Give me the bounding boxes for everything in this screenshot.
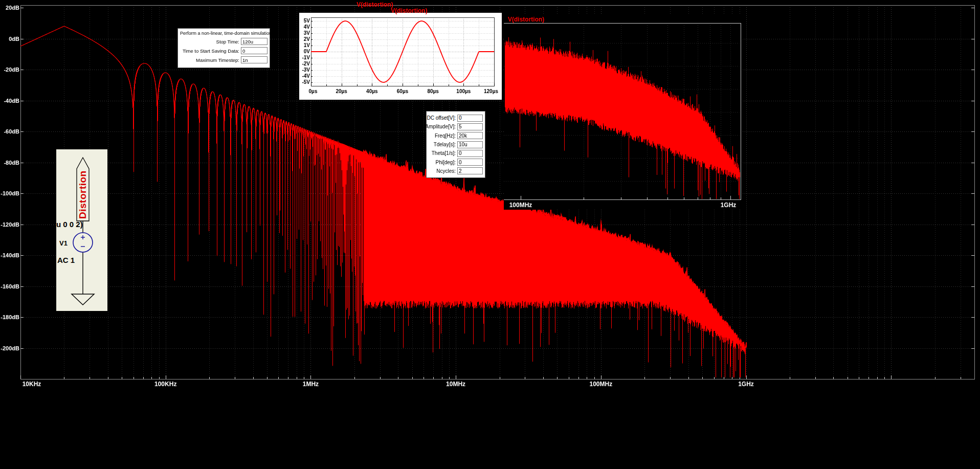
zoom-trace-label[interactable]: V(distortion) xyxy=(508,16,544,23)
dc-offset-label: DC offset[V]: xyxy=(427,115,456,121)
theta-row: Theta[1/s]: xyxy=(429,149,483,158)
time-domain-window xyxy=(299,13,502,100)
freq-row: Freq[Hz]: xyxy=(429,131,483,140)
time-domain-plot[interactable] xyxy=(299,13,502,100)
max-timestep-row: Maximum Timestep: xyxy=(180,56,268,63)
transient-settings-dialog: Perform a non-linear, time-domain simula… xyxy=(177,28,270,68)
max-timestep-input[interactable] xyxy=(241,56,268,63)
sine-params-panel: DC offset[V]: Amplitude[V]: Freq[Hz]: Td… xyxy=(426,111,485,178)
spice-directive-fragment[interactable]: u 0 0 2) xyxy=(56,220,83,229)
schematic-window: Distortion u 0 0 2) V1 AC 1 xyxy=(56,149,107,311)
refdes-text[interactable]: V1 xyxy=(59,239,68,247)
stop-time-label: Stop Time: xyxy=(216,39,239,44)
time-trace-label[interactable]: V(distortion) xyxy=(391,7,427,14)
phi-label: Phi[deg]: xyxy=(436,160,456,165)
ncycles-label: Ncycles: xyxy=(436,168,456,174)
dc-offset-row: DC offset[V]: xyxy=(429,114,483,122)
freq-label: Freq[Hz]: xyxy=(435,133,456,139)
amplitude-label: Amplitude[V]: xyxy=(426,124,456,129)
amplitude-input[interactable] xyxy=(457,123,483,130)
max-timestep-label: Maximum Timestep: xyxy=(196,57,239,63)
zoom-fft-window xyxy=(504,15,742,210)
dc-offset-input[interactable] xyxy=(457,115,483,122)
source-value-text[interactable]: AC 1 xyxy=(57,256,75,264)
ltspice-workspace: { "window": {"width": 1916, "height": 91… xyxy=(0,0,980,469)
tdelay-row: Tdelay[s]: xyxy=(429,140,483,149)
main-trace-label[interactable]: V(distortion) xyxy=(357,1,393,8)
stop-time-input[interactable] xyxy=(241,38,268,45)
stop-time-row: Stop Time: xyxy=(180,38,268,45)
ground-symbol[interactable] xyxy=(72,294,94,305)
tdelay-input[interactable] xyxy=(457,141,483,148)
start-saving-input[interactable] xyxy=(241,47,268,54)
ncycles-row: Ncycles: xyxy=(429,167,483,175)
ncycles-input[interactable] xyxy=(457,167,483,174)
zoom-fft-plot[interactable] xyxy=(504,15,742,210)
theta-input[interactable] xyxy=(457,150,483,157)
tdelay-label: Tdelay[s]: xyxy=(434,142,456,147)
net-label-text[interactable]: Distortion xyxy=(77,170,88,219)
schematic-canvas: Distortion u 0 0 2) V1 AC 1 xyxy=(56,149,107,311)
start-saving-label: Time to Start Saving Data: xyxy=(183,48,239,54)
plus-icon xyxy=(81,235,85,239)
transient-dialog-title: Perform a non-linear, time-domain simula… xyxy=(180,31,268,36)
phi-input[interactable] xyxy=(457,159,483,166)
amplitude-row: Amplitude[V]: xyxy=(429,122,483,131)
freq-input[interactable] xyxy=(457,132,483,139)
start-saving-row: Time to Start Saving Data: xyxy=(180,47,268,54)
phi-row: Phi[deg]: xyxy=(429,158,483,166)
theta-label: Theta[1/s]: xyxy=(432,150,456,156)
